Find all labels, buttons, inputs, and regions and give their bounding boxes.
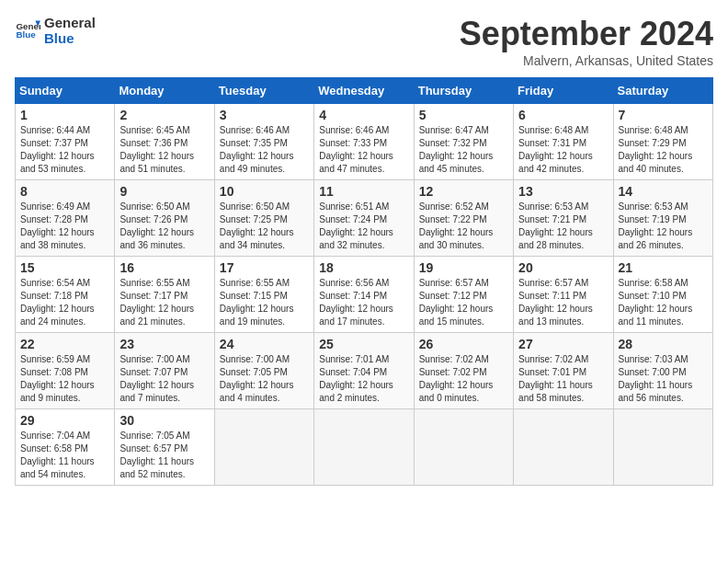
day-number: 28 <box>619 337 708 351</box>
day-info: Sunrise: 6:44 AMSunset: 7:37 PMDaylight:… <box>20 124 109 176</box>
svg-text:Blue: Blue <box>16 29 36 40</box>
day-info: Sunrise: 6:50 AMSunset: 7:25 PMDaylight:… <box>220 201 309 252</box>
calendar-cell <box>613 409 712 486</box>
day-info: Sunrise: 6:48 AMSunset: 7:29 PMDaylight:… <box>619 124 708 176</box>
day-number: 13 <box>518 184 608 199</box>
calendar-cell: 3Sunrise: 6:46 AMSunset: 7:35 PMDaylight… <box>214 104 313 180</box>
day-info: Sunrise: 6:50 AMSunset: 7:26 PMDaylight:… <box>119 201 209 252</box>
weekday-header-tuesday: Tuesday <box>214 78 313 104</box>
day-info: Sunrise: 6:52 AMSunset: 7:22 PMDaylight:… <box>419 201 508 252</box>
day-info: Sunrise: 6:57 AMSunset: 7:11 PMDaylight:… <box>518 277 608 328</box>
day-number: 25 <box>319 337 408 351</box>
calendar-cell: 19Sunrise: 6:57 AMSunset: 7:12 PMDayligh… <box>414 257 513 333</box>
calendar-week-row: 8Sunrise: 6:49 AMSunset: 7:28 PMDaylight… <box>16 180 713 257</box>
calendar-cell: 6Sunrise: 6:48 AMSunset: 7:31 PMDaylight… <box>514 104 613 180</box>
day-number: 30 <box>119 413 209 428</box>
calendar-cell: 25Sunrise: 7:01 AMSunset: 7:04 PMDayligh… <box>314 333 414 409</box>
day-number: 26 <box>419 337 508 351</box>
day-number: 24 <box>220 337 309 351</box>
calendar-cell <box>314 409 414 486</box>
day-number: 9 <box>119 184 209 199</box>
calendar-cell: 28Sunrise: 7:03 AMSunset: 7:00 PMDayligh… <box>613 333 712 409</box>
day-info: Sunrise: 7:00 AMSunset: 7:05 PMDaylight:… <box>220 353 309 405</box>
weekday-header-saturday: Saturday <box>613 78 712 104</box>
calendar-cell: 17Sunrise: 6:55 AMSunset: 7:15 PMDayligh… <box>214 257 313 333</box>
day-info: Sunrise: 6:46 AMSunset: 7:33 PMDaylight:… <box>319 124 408 176</box>
calendar-cell: 12Sunrise: 6:52 AMSunset: 7:22 PMDayligh… <box>414 180 513 257</box>
calendar-week-row: 29Sunrise: 7:04 AMSunset: 6:58 PMDayligh… <box>16 409 713 486</box>
title-area: September 2024 Malvern, Arkansas, United… <box>460 15 713 68</box>
day-number: 14 <box>619 184 708 199</box>
day-number: 4 <box>319 108 408 122</box>
calendar-cell: 15Sunrise: 6:54 AMSunset: 7:18 PMDayligh… <box>16 257 115 333</box>
day-number: 21 <box>619 260 708 275</box>
day-info: Sunrise: 7:05 AMSunset: 6:57 PMDaylight:… <box>119 430 209 481</box>
calendar-cell: 22Sunrise: 6:59 AMSunset: 7:08 PMDayligh… <box>16 333 115 409</box>
logo-line2: Blue <box>44 30 96 46</box>
day-number: 8 <box>20 184 109 199</box>
calendar-cell: 24Sunrise: 7:00 AMSunset: 7:05 PMDayligh… <box>214 333 313 409</box>
calendar-cell: 26Sunrise: 7:02 AMSunset: 7:02 PMDayligh… <box>414 333 513 409</box>
day-info: Sunrise: 7:00 AMSunset: 7:07 PMDaylight:… <box>119 353 209 405</box>
day-number: 1 <box>20 108 109 122</box>
calendar-cell: 8Sunrise: 6:49 AMSunset: 7:28 PMDaylight… <box>16 180 115 257</box>
day-number: 27 <box>518 337 608 351</box>
day-info: Sunrise: 6:57 AMSunset: 7:12 PMDaylight:… <box>419 277 508 328</box>
calendar-cell: 11Sunrise: 6:51 AMSunset: 7:24 PMDayligh… <box>314 180 414 257</box>
day-info: Sunrise: 6:53 AMSunset: 7:19 PMDaylight:… <box>619 201 708 252</box>
day-number: 3 <box>220 108 309 122</box>
day-info: Sunrise: 6:47 AMSunset: 7:32 PMDaylight:… <box>419 124 508 176</box>
calendar-cell: 29Sunrise: 7:04 AMSunset: 6:58 PMDayligh… <box>16 409 115 486</box>
day-number: 18 <box>319 260 408 275</box>
calendar-week-row: 22Sunrise: 6:59 AMSunset: 7:08 PMDayligh… <box>16 333 713 409</box>
day-info: Sunrise: 6:46 AMSunset: 7:35 PMDaylight:… <box>220 124 309 176</box>
weekday-header-row: SundayMondayTuesdayWednesdayThursdayFrid… <box>16 78 713 104</box>
calendar-cell: 2Sunrise: 6:45 AMSunset: 7:36 PMDaylight… <box>115 104 214 180</box>
calendar-cell: 10Sunrise: 6:50 AMSunset: 7:25 PMDayligh… <box>214 180 313 257</box>
calendar-week-row: 1Sunrise: 6:44 AMSunset: 7:37 PMDaylight… <box>16 104 713 180</box>
weekday-header-monday: Monday <box>115 78 214 104</box>
month-title: September 2024 <box>460 15 713 53</box>
day-info: Sunrise: 6:56 AMSunset: 7:14 PMDaylight:… <box>319 277 408 328</box>
day-info: Sunrise: 6:45 AMSunset: 7:36 PMDaylight:… <box>119 124 209 176</box>
calendar-cell: 20Sunrise: 6:57 AMSunset: 7:11 PMDayligh… <box>514 257 613 333</box>
day-info: Sunrise: 6:49 AMSunset: 7:28 PMDaylight:… <box>20 201 109 252</box>
location-title: Malvern, Arkansas, United States <box>460 53 713 68</box>
calendar-table: SundayMondayTuesdayWednesdayThursdayFrid… <box>15 77 713 486</box>
weekday-header-friday: Friday <box>514 78 613 104</box>
day-number: 10 <box>220 184 309 199</box>
day-number: 15 <box>20 260 109 275</box>
day-info: Sunrise: 6:55 AMSunset: 7:15 PMDaylight:… <box>220 277 309 328</box>
day-number: 16 <box>119 260 209 275</box>
day-info: Sunrise: 7:01 AMSunset: 7:04 PMDaylight:… <box>319 353 408 405</box>
day-info: Sunrise: 6:51 AMSunset: 7:24 PMDaylight:… <box>319 201 408 252</box>
calendar-week-row: 15Sunrise: 6:54 AMSunset: 7:18 PMDayligh… <box>16 257 713 333</box>
day-info: Sunrise: 7:03 AMSunset: 7:00 PMDaylight:… <box>619 353 708 405</box>
calendar-cell: 4Sunrise: 6:46 AMSunset: 7:33 PMDaylight… <box>314 104 414 180</box>
day-info: Sunrise: 6:58 AMSunset: 7:10 PMDaylight:… <box>619 277 708 328</box>
day-number: 2 <box>119 108 209 122</box>
day-info: Sunrise: 7:04 AMSunset: 6:58 PMDaylight:… <box>20 430 109 481</box>
calendar-cell <box>514 409 613 486</box>
day-number: 6 <box>518 108 608 122</box>
logo: General Blue General Blue <box>15 15 96 46</box>
calendar-cell: 14Sunrise: 6:53 AMSunset: 7:19 PMDayligh… <box>613 180 712 257</box>
day-info: Sunrise: 6:53 AMSunset: 7:21 PMDaylight:… <box>518 201 608 252</box>
calendar-cell: 30Sunrise: 7:05 AMSunset: 6:57 PMDayligh… <box>115 409 214 486</box>
header: General Blue General Blue September 2024… <box>15 15 713 68</box>
calendar-cell: 9Sunrise: 6:50 AMSunset: 7:26 PMDaylight… <box>115 180 214 257</box>
day-info: Sunrise: 6:59 AMSunset: 7:08 PMDaylight:… <box>20 353 109 405</box>
day-number: 19 <box>419 260 508 275</box>
logo-line1: General <box>44 15 96 30</box>
day-number: 11 <box>319 184 408 199</box>
logo-icon: General Blue <box>15 17 40 43</box>
day-info: Sunrise: 7:02 AMSunset: 7:01 PMDaylight:… <box>518 353 608 405</box>
weekday-header-wednesday: Wednesday <box>314 78 414 104</box>
day-number: 23 <box>119 337 209 351</box>
day-info: Sunrise: 6:54 AMSunset: 7:18 PMDaylight:… <box>20 277 109 328</box>
calendar-cell: 27Sunrise: 7:02 AMSunset: 7:01 PMDayligh… <box>514 333 613 409</box>
calendar-cell: 23Sunrise: 7:00 AMSunset: 7:07 PMDayligh… <box>115 333 214 409</box>
day-number: 20 <box>518 260 608 275</box>
calendar-cell: 13Sunrise: 6:53 AMSunset: 7:21 PMDayligh… <box>514 180 613 257</box>
day-number: 17 <box>220 260 309 275</box>
